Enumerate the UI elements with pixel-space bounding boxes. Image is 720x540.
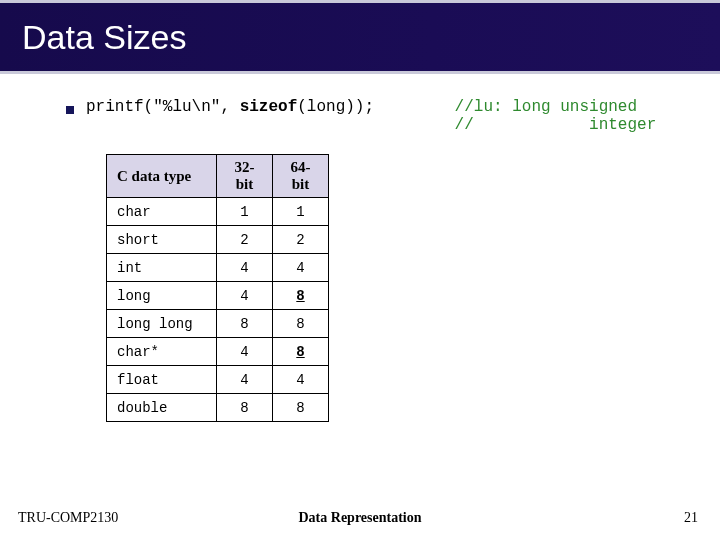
cell-64bit: 4 bbox=[273, 254, 329, 282]
cell-ctype: char bbox=[107, 198, 217, 226]
data-sizes-table: C data type 32-bit 64-bit char11short22i… bbox=[106, 154, 329, 422]
cell-ctype: long long bbox=[107, 310, 217, 338]
comment-line1: //lu: long unsigned bbox=[445, 98, 637, 116]
code-part2: (long)); bbox=[297, 98, 374, 116]
slide: Data Sizes printf("%lu\n", sizeof(long))… bbox=[0, 0, 720, 540]
cell-64bit: 8 bbox=[273, 394, 329, 422]
cell-ctype: short bbox=[107, 226, 217, 254]
th-ctype: C data type bbox=[107, 155, 217, 198]
cell-64bit: 4 bbox=[273, 366, 329, 394]
cell-32bit: 8 bbox=[217, 310, 273, 338]
cell-ctype: int bbox=[107, 254, 217, 282]
footer-pagenum: 21 bbox=[684, 510, 698, 526]
table-row: long long88 bbox=[107, 310, 329, 338]
table-row: char11 bbox=[107, 198, 329, 226]
code-keyword: sizeof bbox=[240, 98, 298, 116]
comment-line2: // integer bbox=[445, 116, 656, 134]
cell-ctype: long bbox=[107, 282, 217, 310]
footer-course: TRU-COMP2130 bbox=[18, 510, 118, 526]
cell-32bit: 4 bbox=[217, 338, 273, 366]
table-body: char11short22int44long48long long88char*… bbox=[107, 198, 329, 422]
cell-32bit: 4 bbox=[217, 282, 273, 310]
cell-64bit: 1 bbox=[273, 198, 329, 226]
cell-64bit: 8 bbox=[273, 282, 329, 310]
th-64bit: 64-bit bbox=[273, 155, 329, 198]
table-row: long48 bbox=[107, 282, 329, 310]
th-32bit: 32-bit bbox=[217, 155, 273, 198]
cell-ctype: double bbox=[107, 394, 217, 422]
code-comment: //lu: long unsigned // integer bbox=[445, 98, 656, 134]
cell-64bit: 8 bbox=[273, 338, 329, 366]
cell-32bit: 4 bbox=[217, 254, 273, 282]
cell-64bit: 8 bbox=[273, 310, 329, 338]
slide-title: Data Sizes bbox=[22, 18, 186, 57]
table-row: double88 bbox=[107, 394, 329, 422]
cell-32bit: 2 bbox=[217, 226, 273, 254]
table-row: int44 bbox=[107, 254, 329, 282]
cell-32bit: 4 bbox=[217, 366, 273, 394]
code-part1: printf("%lu\n", bbox=[86, 98, 240, 116]
cell-ctype: float bbox=[107, 366, 217, 394]
table-row: char*48 bbox=[107, 338, 329, 366]
cell-ctype: char* bbox=[107, 338, 217, 366]
cell-32bit: 1 bbox=[217, 198, 273, 226]
cell-32bit: 8 bbox=[217, 394, 273, 422]
table-row: short22 bbox=[107, 226, 329, 254]
bullet-icon bbox=[66, 106, 74, 114]
title-bar: Data Sizes bbox=[0, 0, 720, 74]
table-header-row: C data type 32-bit 64-bit bbox=[107, 155, 329, 198]
cell-64bit: 2 bbox=[273, 226, 329, 254]
footer-title: Data Representation bbox=[298, 510, 421, 526]
table-row: float44 bbox=[107, 366, 329, 394]
code-line: printf("%lu\n", sizeof(long)); bbox=[86, 98, 374, 116]
